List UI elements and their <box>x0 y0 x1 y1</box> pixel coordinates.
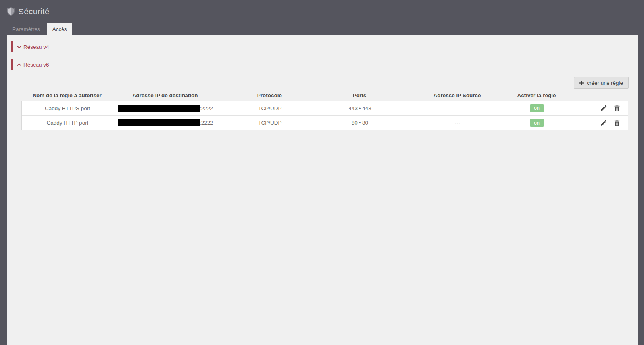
actions-cell <box>557 120 629 126</box>
source-ip-cell: --- <box>398 120 517 126</box>
redacted-ip-block <box>118 119 200 126</box>
column-header-protocol: Protocole <box>217 92 321 98</box>
actions-cell <box>557 105 629 111</box>
enable-cell: on <box>517 104 557 112</box>
destination-ip-cell: :2222 <box>113 119 218 126</box>
destination-port-suffix: :2222 <box>200 120 213 126</box>
source-ip-cell: --- <box>398 105 517 111</box>
trash-icon <box>614 120 620 126</box>
app-header: Sécurité <box>0 0 644 23</box>
tab-parametres[interactable]: Paramètres <box>7 23 47 35</box>
table-row: Caddy HTTPS port :2222 TCP/UDP 443 • 443… <box>22 101 628 115</box>
rule-enabled-toggle[interactable]: on <box>530 104 544 112</box>
column-header-source: Adresse IP Source <box>398 92 517 98</box>
rules-toolbar: créer une règle <box>7 77 629 89</box>
rule-name-cell: Caddy HTTPS port <box>22 105 113 111</box>
rule-enabled-toggle[interactable]: on <box>530 119 544 127</box>
column-header-enable: Activer la règle <box>517 92 556 98</box>
ports-cell: 80 • 80 <box>322 120 398 126</box>
page-title: Sécurité <box>18 7 50 16</box>
column-header-name: Nom de la règle à autoriser <box>21 92 113 98</box>
tab-acces[interactable]: Accès <box>47 23 72 35</box>
delete-rule-button[interactable] <box>614 120 620 126</box>
create-rule-label: créer une règle <box>587 80 623 86</box>
edit-rule-button[interactable] <box>600 105 607 111</box>
shield-icon <box>7 7 15 16</box>
accordion-reseau-v4[interactable]: Réseau v4 <box>11 41 632 52</box>
table-header-row: Nom de la règle à autoriser Adresse IP d… <box>21 91 628 99</box>
table-body: Caddy HTTPS port :2222 TCP/UDP 443 • 443… <box>21 101 628 130</box>
ports-cell: 443 • 443 <box>322 105 398 111</box>
chevron-up-icon <box>17 63 21 66</box>
table-row: Caddy HTTP port :2222 TCP/UDP 80 • 80 --… <box>22 115 628 130</box>
pencil-icon <box>600 105 607 111</box>
tab-bar: Paramètres Accès <box>7 23 72 35</box>
enable-cell: on <box>517 119 557 127</box>
chevron-down-icon <box>17 46 21 48</box>
protocol-cell: TCP/UDP <box>218 120 322 126</box>
column-header-ports: Ports <box>321 92 398 98</box>
delete-rule-button[interactable] <box>614 105 620 111</box>
destination-port-suffix: :2222 <box>200 105 213 111</box>
column-header-destination: Adresse IP de destination <box>113 92 217 98</box>
plus-icon <box>579 81 584 85</box>
accordion-reseau-v6[interactable]: Réseau v6 <box>11 59 632 70</box>
rules-table: Nom de la règle à autoriser Adresse IP d… <box>21 91 628 130</box>
accordion-label: Réseau v4 <box>23 44 49 50</box>
accordion-label: Réseau v6 <box>23 62 49 68</box>
rule-name-cell: Caddy HTTP port <box>22 120 113 126</box>
content-panel: Réseau v4 Réseau v6 créer une règle Nom … <box>7 35 638 345</box>
redacted-ip-block <box>118 105 200 112</box>
trash-icon <box>614 105 620 111</box>
pencil-icon <box>600 120 607 126</box>
create-rule-button[interactable]: créer une règle <box>574 77 629 89</box>
destination-ip-cell: :2222 <box>113 105 218 112</box>
protocol-cell: TCP/UDP <box>218 105 322 111</box>
edit-rule-button[interactable] <box>600 120 607 126</box>
